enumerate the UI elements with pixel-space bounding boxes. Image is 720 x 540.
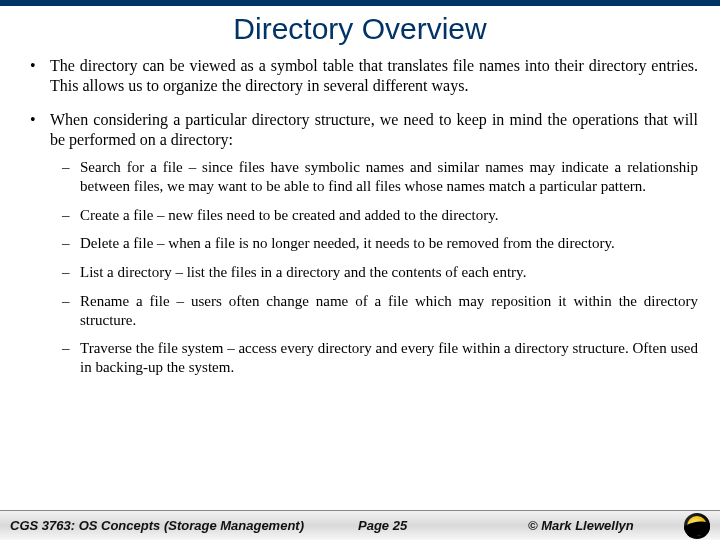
operation-head: Traverse the file system	[80, 340, 223, 356]
footer-page: Page 25	[358, 518, 528, 533]
operation-item: Traverse the file system – access every …	[50, 339, 698, 377]
bullet-list: The directory can be viewed as a symbol …	[22, 56, 698, 377]
ucf-logo-icon	[684, 513, 710, 539]
operation-head: Search for a file	[80, 159, 183, 175]
operation-head: Rename a file	[80, 293, 170, 309]
operation-item: Search for a file – since files have sym…	[50, 158, 698, 196]
slide: Directory Overview The directory can be …	[0, 0, 720, 540]
operation-item: Rename a file – users often change name …	[50, 292, 698, 330]
operation-head: List a directory	[80, 264, 172, 280]
operation-item: Create a file – new files need to be cre…	[50, 206, 698, 225]
operation-tail: – new files need to be created and added…	[153, 207, 498, 223]
footer-bar: CGS 3763: OS Concepts (Storage Managemen…	[0, 510, 720, 540]
bullet-item: The directory can be viewed as a symbol …	[22, 56, 698, 96]
operation-head: Create a file	[80, 207, 153, 223]
bullet-text: When considering a particular directory …	[50, 111, 698, 148]
slide-title: Directory Overview	[0, 12, 720, 46]
operation-item: List a directory – list the files in a d…	[50, 263, 698, 282]
bullet-item: When considering a particular directory …	[22, 110, 698, 377]
operation-tail: – list the files in a directory and the …	[172, 264, 527, 280]
operation-head: Delete a file	[80, 235, 153, 251]
slide-body: The directory can be viewed as a symbol …	[0, 56, 720, 377]
operation-list: Search for a file – since files have sym…	[50, 158, 698, 377]
operation-tail: – users often change name of a file whic…	[80, 293, 698, 328]
operation-item: Delete a file – when a file is no longer…	[50, 234, 698, 253]
footer-course: CGS 3763: OS Concepts (Storage Managemen…	[10, 518, 358, 533]
operation-tail: – when a file is no longer needed, it ne…	[153, 235, 614, 251]
footer-copyright: © Mark Llewellyn	[528, 518, 678, 533]
